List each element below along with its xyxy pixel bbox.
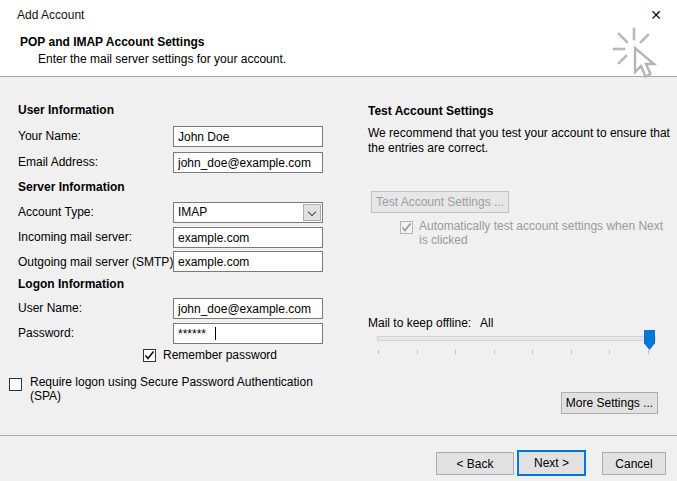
slider-tick <box>494 350 495 354</box>
checkmark-icon <box>144 350 155 361</box>
section-test-account-settings: Test Account Settings <box>368 104 493 118</box>
section-server-information: Server Information <box>18 180 125 194</box>
account-type-label: Account Type: <box>18 205 94 219</box>
your-name-input[interactable] <box>173 126 323 147</box>
text-caret <box>215 327 216 340</box>
remember-password-label: Remember password <box>163 348 277 362</box>
slider-tick <box>455 350 456 354</box>
account-type-value: IMAP <box>178 205 207 219</box>
your-name-label: Your Name: <box>18 129 81 143</box>
section-user-information: User Information <box>18 103 114 117</box>
spa-label: Require logon using Secure Password Auth… <box>30 375 342 403</box>
outgoing-server-label: Outgoing mail server (SMTP): <box>18 255 177 269</box>
section-logon-information: Logon Information <box>18 277 124 291</box>
add-account-dialog: Add Account ✕ POP and IMAP Account Setti… <box>0 0 677 481</box>
slider-tick <box>609 350 610 354</box>
slider-tick <box>417 350 418 354</box>
cancel-button[interactable]: Cancel <box>602 452 666 475</box>
slider-tick <box>532 350 533 354</box>
email-address-input[interactable] <box>173 152 323 173</box>
slider-tick <box>571 350 572 354</box>
page-subtitle: Enter the mail server settings for your … <box>38 52 286 66</box>
password-label: Password: <box>18 326 74 340</box>
test-account-settings-button: Test Account Settings ... <box>371 191 509 213</box>
email-address-label: Email Address: <box>18 155 98 169</box>
chevron-down-icon[interactable] <box>303 204 321 221</box>
checkmark-icon <box>401 222 412 233</box>
user-name-label: User Name: <box>18 301 82 315</box>
remember-password-checkbox[interactable] <box>143 349 156 362</box>
account-type-select[interactable]: IMAP <box>173 202 323 223</box>
password-input[interactable] <box>173 323 323 344</box>
dialog-header-band: Add Account ✕ POP and IMAP Account Setti… <box>0 0 677 77</box>
user-name-input[interactable] <box>173 298 323 319</box>
more-settings-button[interactable]: More Settings ... <box>561 392 658 414</box>
auto-test-checkbox <box>400 221 413 234</box>
mouse-click-cursor-icon <box>610 25 664 81</box>
window-title: Add Account <box>17 8 84 22</box>
auto-test-label: Automatically test account settings when… <box>419 219 669 247</box>
incoming-server-input[interactable] <box>173 227 323 248</box>
test-account-description: We recommend that you test your account … <box>368 126 670 156</box>
mail-offline-label: Mail to keep offline: <box>368 316 471 330</box>
offline-slider-track[interactable] <box>377 336 656 341</box>
close-button[interactable]: ✕ <box>644 5 668 25</box>
outgoing-server-input[interactable] <box>173 251 323 272</box>
offline-slider-thumb[interactable] <box>644 330 655 350</box>
slider-tick <box>378 350 379 354</box>
incoming-server-label: Incoming mail server: <box>18 230 132 244</box>
back-button[interactable]: < Back <box>436 452 514 475</box>
spa-checkbox[interactable] <box>9 378 22 391</box>
mail-offline-value: All <box>480 316 493 330</box>
next-button[interactable]: Next > <box>517 450 586 476</box>
slider-tick <box>648 350 649 354</box>
bottom-divider <box>0 435 677 436</box>
page-title: POP and IMAP Account Settings <box>20 35 204 49</box>
